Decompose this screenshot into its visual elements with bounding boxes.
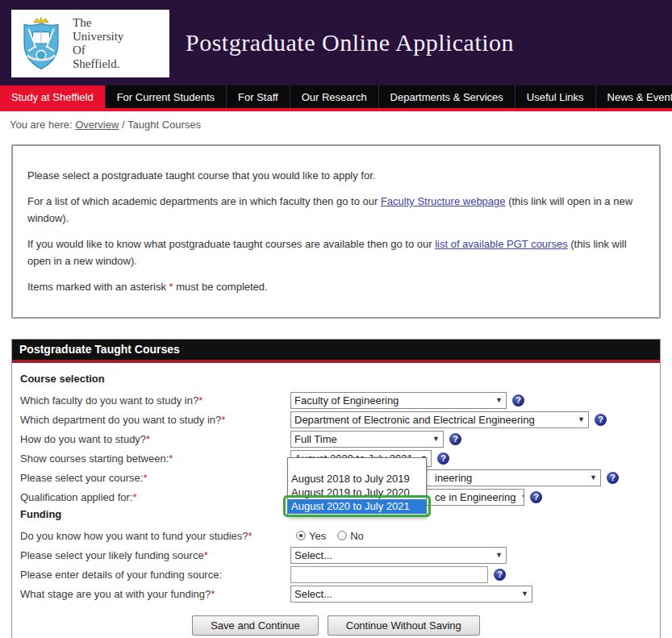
faculty-help-icon[interactable]: ?	[512, 394, 524, 407]
fund-details-row: Please enter details of your funding sou…	[20, 565, 652, 584]
fund-source-select[interactable]: Select...▼	[290, 547, 507, 564]
breadcrumb-current: Taught Courses	[127, 119, 201, 131]
university-crest-icon	[18, 16, 65, 71]
department-row: Which department do you want to study in…	[20, 410, 652, 429]
department-help-icon[interactable]: ?	[595, 414, 607, 426]
fund-details-input[interactable]	[290, 566, 488, 583]
dropdown-option-2020-2021-highlighted[interactable]: August 2020 to July 2021	[288, 499, 426, 514]
fund-no-label: No	[350, 530, 364, 542]
university-logo: The University Of Sheffield.	[11, 10, 169, 77]
app-header: The University Of Sheffield. Postgraduat…	[0, 0, 672, 85]
fund-source-label: Please select your likely funding source…	[20, 549, 290, 561]
instructions-panel: Please select a postgraduate taught cour…	[11, 144, 661, 319]
fund-stage-label: What stage are you at with your funding?…	[20, 588, 290, 600]
course-label: Please select your course:*	[20, 472, 290, 484]
nav-tab-departments-services[interactable]: Departments & Services	[379, 85, 515, 108]
intro-paragraph-4: Items marked with an asterisk * must be …	[27, 278, 645, 295]
study-mode-select[interactable]: Full Time▼	[290, 431, 444, 448]
department-label: Which department do you want to study in…	[20, 414, 290, 426]
study-mode-row: How do you want to study?* Full Time▼ ?	[20, 429, 652, 448]
intro-p3-text: If you would like to know what postgradu…	[27, 238, 435, 250]
fund-yes-radio[interactable]	[296, 531, 306, 540]
chevron-down-icon: ▼	[428, 435, 440, 443]
faculty-label: Which faculty do you want to study in?*	[20, 394, 290, 407]
dropdown-option-2019-2020[interactable]: August 2019 to July 2020	[288, 486, 426, 499]
course-selection-heading: Course selection	[20, 373, 652, 387]
faculty-row: Which faculty do you want to study in?* …	[20, 390, 652, 410]
course-help-icon[interactable]: ?	[607, 472, 619, 484]
page-title: Postgraduate Online Application	[186, 29, 514, 56]
form-section-title: Postgraduate Taught Courses	[12, 340, 660, 360]
start-between-label: Show courses starting between:*	[20, 452, 290, 465]
fund-stage-select[interactable]: Select...▼	[290, 586, 532, 603]
fund-stage-row: What stage are you at with your funding?…	[20, 584, 652, 603]
study-mode-label: How do you want to study?*	[20, 433, 290, 445]
breadcrumb-prefix: You are here:	[10, 119, 75, 131]
chevron-down-icon: ▼	[515, 493, 524, 501]
nav-tab-for-current-students[interactable]: For Current Students	[106, 85, 227, 108]
university-logo-text: The University Of Sheffield.	[73, 16, 123, 72]
continue-without-saving-button[interactable]: Continue Without Saving	[328, 615, 480, 636]
intro-p4-text-after: must be completed.	[173, 281, 268, 293]
fund-yes-label: Yes	[309, 530, 326, 542]
intro-paragraph-3: If you would like to know what postgradu…	[27, 236, 645, 269]
fund-know-row: Do you know how you want to fund your st…	[20, 526, 652, 545]
fund-details-help-icon[interactable]: ?	[494, 569, 506, 581]
qualification-label: Qualification applied for:*	[20, 491, 290, 503]
start-between-help-icon[interactable]: ?	[437, 452, 449, 465]
fund-no-radio[interactable]	[337, 531, 347, 540]
qualification-help-icon[interactable]: ?	[530, 491, 542, 503]
breadcrumb: You are here: Overview / Taught Courses	[10, 119, 672, 131]
study-mode-help-icon[interactable]: ?	[449, 433, 461, 445]
intro-paragraph-1: Please select a postgraduate taught cour…	[27, 167, 645, 184]
nav-tab-study-at-sheffield[interactable]: Study at Sheffield	[0, 85, 106, 108]
fund-know-label: Do you know how you want to fund your st…	[20, 530, 296, 542]
form-actions: Save and Continue Continue Without Savin…	[20, 615, 652, 636]
chevron-down-icon: ▼	[516, 590, 528, 598]
chevron-down-icon: ▼	[490, 396, 503, 404]
nav-tab-news-events[interactable]: News & Events	[596, 85, 672, 108]
pgt-courses-link[interactable]: list of available PGT courses	[435, 238, 568, 250]
faculty-structure-link[interactable]: Faculty Structure webpage	[381, 195, 506, 207]
chevron-down-icon: ▼	[585, 473, 597, 482]
faculty-select[interactable]: Faculty of Engineering▼	[290, 392, 507, 409]
nav-tab-our-research[interactable]: Our Research	[290, 85, 379, 108]
breadcrumb-link-overview[interactable]: Overview	[75, 119, 119, 131]
breadcrumb-separator: /	[119, 119, 127, 131]
dropdown-option-2018-2019[interactable]: August 2018 to July 2019	[288, 472, 426, 486]
fund-details-label: Please enter details of your funding sou…	[20, 569, 290, 581]
chevron-down-icon: ▼	[490, 551, 503, 559]
top-navigation: Study at Sheffield For Current Students …	[0, 85, 672, 108]
department-select[interactable]: Department of Electronic and Electrical …	[290, 411, 589, 428]
intro-p4-text: Items marked with an asterisk	[27, 281, 169, 293]
chevron-down-icon: ▼	[573, 415, 585, 423]
save-and-continue-button[interactable]: Save and Continue	[192, 615, 319, 636]
nav-tab-for-staff[interactable]: For Staff	[227, 85, 290, 108]
start-between-dropdown-list: August 2018 to July 2019 August 2019 to …	[287, 457, 427, 517]
fund-source-row: Please select your likely funding source…	[20, 545, 652, 565]
intro-p2-text: For a list of which academic departments…	[27, 195, 381, 207]
taught-courses-form: Postgraduate Taught Courses Course selec…	[11, 339, 661, 638]
dropdown-option-blank[interactable]	[288, 460, 426, 472]
intro-paragraph-2: For a list of which academic departments…	[27, 193, 645, 227]
nav-red-stripe	[0, 108, 672, 111]
nav-tab-useful-links[interactable]: Useful Links	[515, 85, 596, 108]
